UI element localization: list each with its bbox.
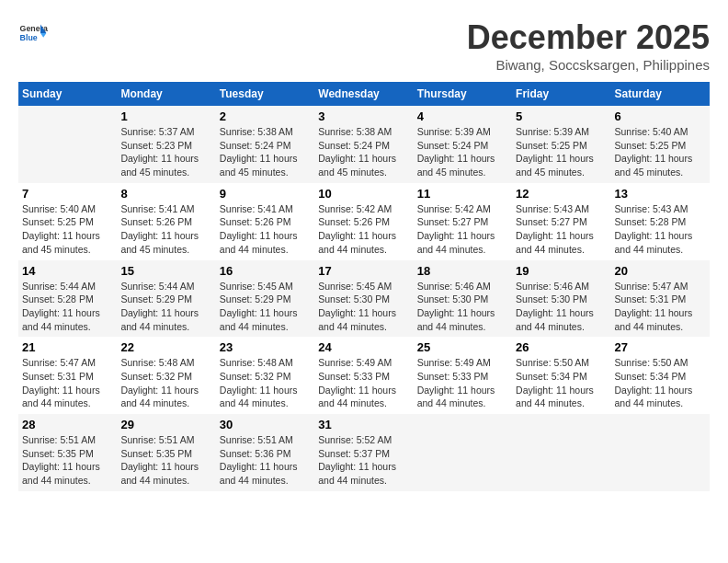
calendar-cell: 2Sunrise: 5:38 AMSunset: 5:24 PMDaylight… — [216, 106, 314, 183]
title-area: December 2025 Biwang, Soccsksargen, Phil… — [467, 18, 710, 73]
weekday-header: Tuesday — [216, 82, 314, 106]
day-info: Sunrise: 5:50 AMSunset: 5:34 PMDaylight:… — [615, 356, 706, 410]
day-info: Sunrise: 5:52 AMSunset: 5:37 PMDaylight:… — [318, 433, 409, 488]
day-info: Sunrise: 5:51 AMSunset: 5:35 PMDaylight:… — [22, 433, 113, 488]
calendar-cell: 22Sunrise: 5:48 AMSunset: 5:32 PMDayligh… — [117, 337, 215, 414]
day-number: 6 — [615, 109, 706, 123]
calendar-week-row: 21Sunrise: 5:47 AMSunset: 5:31 PMDayligh… — [18, 337, 710, 414]
calendar-cell — [611, 414, 710, 491]
day-number: 13 — [615, 187, 706, 201]
svg-text:Blue: Blue — [20, 33, 38, 42]
calendar-cell: 26Sunrise: 5:50 AMSunset: 5:34 PMDayligh… — [512, 337, 610, 414]
day-number: 10 — [318, 187, 409, 201]
day-number: 2 — [220, 109, 311, 123]
day-info: Sunrise: 5:51 AMSunset: 5:35 PMDaylight:… — [120, 433, 211, 488]
day-info: Sunrise: 5:44 AMSunset: 5:28 PMDaylight:… — [22, 280, 113, 334]
day-number: 25 — [417, 340, 508, 354]
calendar-cell: 6Sunrise: 5:40 AMSunset: 5:25 PMDaylight… — [611, 106, 710, 183]
day-info: Sunrise: 5:49 AMSunset: 5:33 PMDaylight:… — [318, 356, 409, 410]
calendar-cell: 9Sunrise: 5:41 AMSunset: 5:26 PMDaylight… — [216, 183, 314, 260]
day-info: Sunrise: 5:48 AMSunset: 5:32 PMDaylight:… — [120, 356, 211, 410]
calendar-cell — [512, 414, 610, 491]
day-info: Sunrise: 5:41 AMSunset: 5:26 PMDaylight:… — [120, 202, 211, 257]
day-info: Sunrise: 5:41 AMSunset: 5:26 PMDaylight:… — [220, 202, 311, 257]
day-number: 21 — [22, 340, 113, 354]
day-number: 14 — [22, 264, 113, 278]
day-info: Sunrise: 5:45 AMSunset: 5:29 PMDaylight:… — [220, 280, 311, 334]
calendar-cell: 27Sunrise: 5:50 AMSunset: 5:34 PMDayligh… — [611, 337, 710, 414]
calendar-cell: 25Sunrise: 5:49 AMSunset: 5:33 PMDayligh… — [414, 337, 512, 414]
day-number: 27 — [615, 340, 706, 354]
calendar-cell: 24Sunrise: 5:49 AMSunset: 5:33 PMDayligh… — [314, 337, 413, 414]
day-info: Sunrise: 5:50 AMSunset: 5:34 PMDaylight:… — [516, 356, 607, 410]
month-title: December 2025 — [467, 18, 710, 57]
day-info: Sunrise: 5:51 AMSunset: 5:36 PMDaylight:… — [220, 433, 311, 488]
day-info: Sunrise: 5:45 AMSunset: 5:30 PMDaylight:… — [318, 280, 409, 334]
calendar-week-row: 14Sunrise: 5:44 AMSunset: 5:28 PMDayligh… — [18, 260, 710, 338]
calendar-cell: 31Sunrise: 5:52 AMSunset: 5:37 PMDayligh… — [314, 414, 413, 491]
weekday-header: Sunday — [18, 82, 117, 106]
day-info: Sunrise: 5:48 AMSunset: 5:32 PMDaylight:… — [220, 356, 311, 410]
day-info: Sunrise: 5:47 AMSunset: 5:31 PMDaylight:… — [22, 356, 113, 410]
day-info: Sunrise: 5:44 AMSunset: 5:29 PMDaylight:… — [120, 280, 211, 334]
calendar-week-row: 7Sunrise: 5:40 AMSunset: 5:25 PMDaylight… — [18, 183, 710, 260]
calendar-cell: 21Sunrise: 5:47 AMSunset: 5:31 PMDayligh… — [18, 337, 117, 414]
day-number: 5 — [516, 109, 607, 123]
calendar-cell: 19Sunrise: 5:46 AMSunset: 5:30 PMDayligh… — [512, 260, 610, 338]
calendar-body: 1Sunrise: 5:37 AMSunset: 5:23 PMDaylight… — [18, 106, 710, 491]
day-number: 16 — [220, 264, 311, 278]
calendar-cell: 12Sunrise: 5:43 AMSunset: 5:27 PMDayligh… — [512, 183, 610, 260]
weekday-header: Friday — [512, 82, 610, 106]
day-info: Sunrise: 5:39 AMSunset: 5:25 PMDaylight:… — [516, 125, 607, 179]
day-info: Sunrise: 5:46 AMSunset: 5:30 PMDaylight:… — [417, 280, 508, 334]
logo-icon: General Blue — [18, 18, 48, 48]
calendar-week-row: 28Sunrise: 5:51 AMSunset: 5:35 PMDayligh… — [18, 414, 710, 491]
day-number: 17 — [318, 264, 409, 278]
day-number: 22 — [120, 340, 211, 354]
calendar-cell: 4Sunrise: 5:39 AMSunset: 5:24 PMDaylight… — [414, 106, 512, 183]
day-number: 4 — [417, 109, 508, 123]
day-number: 19 — [516, 264, 607, 278]
day-info: Sunrise: 5:42 AMSunset: 5:26 PMDaylight:… — [318, 202, 409, 257]
calendar-cell: 5Sunrise: 5:39 AMSunset: 5:25 PMDaylight… — [512, 106, 610, 183]
day-info: Sunrise: 5:43 AMSunset: 5:27 PMDaylight:… — [516, 202, 607, 257]
day-number: 9 — [220, 187, 311, 201]
calendar-cell: 15Sunrise: 5:44 AMSunset: 5:29 PMDayligh… — [117, 260, 215, 338]
day-info: Sunrise: 5:38 AMSunset: 5:24 PMDaylight:… — [220, 125, 311, 179]
calendar-cell: 20Sunrise: 5:47 AMSunset: 5:31 PMDayligh… — [611, 260, 710, 338]
calendar-cell: 28Sunrise: 5:51 AMSunset: 5:35 PMDayligh… — [18, 414, 117, 491]
day-number: 1 — [120, 109, 211, 123]
day-number: 20 — [615, 264, 706, 278]
calendar-cell: 17Sunrise: 5:45 AMSunset: 5:30 PMDayligh… — [314, 260, 413, 338]
calendar-cell: 13Sunrise: 5:43 AMSunset: 5:28 PMDayligh… — [611, 183, 710, 260]
day-info: Sunrise: 5:37 AMSunset: 5:23 PMDaylight:… — [120, 125, 211, 179]
calendar-week-row: 1Sunrise: 5:37 AMSunset: 5:23 PMDaylight… — [18, 106, 710, 183]
calendar-cell: 30Sunrise: 5:51 AMSunset: 5:36 PMDayligh… — [216, 414, 314, 491]
calendar-cell — [414, 414, 512, 491]
day-info: Sunrise: 5:43 AMSunset: 5:28 PMDaylight:… — [615, 202, 706, 257]
calendar-table: SundayMondayTuesdayWednesdayThursdayFrid… — [18, 82, 710, 491]
day-number: 11 — [417, 187, 508, 201]
day-number: 23 — [220, 340, 311, 354]
day-info: Sunrise: 5:46 AMSunset: 5:30 PMDaylight:… — [516, 280, 607, 334]
calendar-cell: 14Sunrise: 5:44 AMSunset: 5:28 PMDayligh… — [18, 260, 117, 338]
day-number: 8 — [120, 187, 211, 201]
weekday-header: Saturday — [611, 82, 710, 106]
day-number: 31 — [318, 418, 409, 431]
day-info: Sunrise: 5:49 AMSunset: 5:33 PMDaylight:… — [417, 356, 508, 410]
day-number: 28 — [22, 418, 113, 431]
svg-marker-3 — [40, 33, 46, 38]
calendar-cell: 16Sunrise: 5:45 AMSunset: 5:29 PMDayligh… — [216, 260, 314, 338]
day-number: 12 — [516, 187, 607, 201]
calendar-cell — [18, 106, 117, 183]
day-info: Sunrise: 5:39 AMSunset: 5:24 PMDaylight:… — [417, 125, 508, 179]
day-info: Sunrise: 5:42 AMSunset: 5:27 PMDaylight:… — [417, 202, 508, 257]
day-info: Sunrise: 5:40 AMSunset: 5:25 PMDaylight:… — [615, 125, 706, 179]
calendar-cell: 18Sunrise: 5:46 AMSunset: 5:30 PMDayligh… — [414, 260, 512, 338]
calendar-cell: 1Sunrise: 5:37 AMSunset: 5:23 PMDaylight… — [117, 106, 215, 183]
day-number: 30 — [220, 418, 311, 431]
day-info: Sunrise: 5:40 AMSunset: 5:25 PMDaylight:… — [22, 202, 113, 257]
day-number: 3 — [318, 109, 409, 123]
day-number: 29 — [120, 418, 211, 431]
calendar-cell: 23Sunrise: 5:48 AMSunset: 5:32 PMDayligh… — [216, 337, 314, 414]
